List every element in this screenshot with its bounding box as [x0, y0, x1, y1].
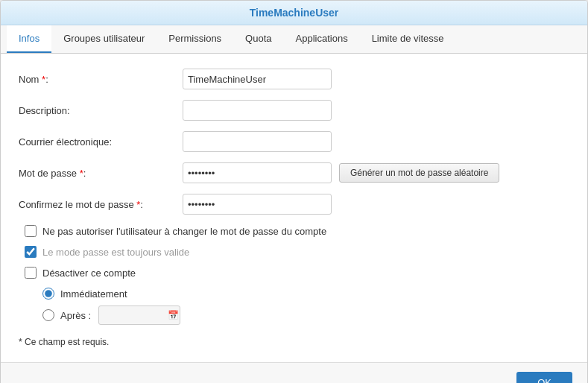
nom-required-star: * — [42, 74, 45, 85]
password-input[interactable] — [183, 162, 332, 183]
confirm-password-input[interactable] — [183, 194, 332, 215]
date-wrapper: 📅 — [98, 306, 180, 325]
nom-row: Nom *: — [19, 69, 569, 89]
confirm-required-star: * — [136, 199, 140, 210]
required-note: * Ce champ est requis. — [19, 337, 569, 347]
tab-bar: Infos Groupes utilisateur Permissions Qu… — [1, 25, 587, 54]
password-row: Mot de passe *: Générer un mot de passe … — [19, 162, 569, 183]
checkbox-no-change-password-row: Ne pas autoriser l'utilisateur à changer… — [25, 225, 569, 237]
radio-immediately-label: Immédiatement — [60, 288, 127, 300]
checkbox-no-change-password[interactable] — [25, 225, 37, 237]
checkbox-disable-account-row: Désactiver ce compte — [25, 267, 569, 279]
password-required-star: * — [80, 168, 83, 179]
confirm-password-row: Confirmez le mot de passe *: — [19, 194, 569, 215]
disable-timing-group: Immédiatement Après : 📅 — [42, 288, 569, 325]
form-content: Nom *: Description: Courrier électroniqu… — [1, 54, 587, 362]
description-row: Description: — [19, 100, 569, 121]
radio-immediately-row: Immédiatement — [42, 288, 569, 300]
dialog-title: TimeMachineUser — [1, 1, 587, 25]
dialog: TimeMachineUser Infos Groupes utilisateu… — [0, 0, 588, 383]
radio-immediately[interactable] — [42, 288, 54, 300]
radio-after-row: Après : 📅 — [42, 306, 569, 325]
email-input[interactable] — [183, 131, 332, 152]
email-label: Courrier électronique: — [19, 136, 183, 148]
checkbox-no-change-password-label: Ne pas autoriser l'utilisateur à changer… — [42, 226, 326, 237]
confirm-password-label: Confirmez le mot de passe *: — [19, 199, 183, 210]
checkbox-mode-pass[interactable] — [25, 246, 37, 258]
tab-infos[interactable]: Infos — [7, 25, 51, 53]
description-label: Description: — [19, 105, 183, 116]
email-row: Courrier électronique: — [19, 131, 569, 152]
tab-groupes-utilisateur[interactable]: Groupes utilisateur — [51, 25, 157, 53]
checkbox-disable-account[interactable] — [25, 267, 37, 279]
nom-input[interactable] — [183, 69, 332, 89]
calendar-button[interactable]: 📅 — [168, 310, 179, 320]
tab-permissions[interactable]: Permissions — [157, 25, 233, 53]
checkbox-disable-account-label: Désactiver ce compte — [42, 268, 136, 279]
generate-password-button[interactable]: Générer un mot de passe aléatoire — [339, 163, 499, 183]
calendar-icon: 📅 — [168, 310, 179, 320]
radio-after[interactable] — [42, 309, 54, 321]
description-input[interactable] — [183, 100, 332, 121]
nom-label: Nom *: — [19, 74, 183, 85]
tab-limite-vitesse[interactable]: Limite de vitesse — [360, 25, 456, 53]
ok-button[interactable]: OK — [516, 372, 572, 383]
password-label: Mot de passe *: — [19, 168, 183, 179]
checkbox-mode-pass-label: Le mode passe est toujours valide — [42, 247, 189, 258]
dialog-footer: OK — [1, 362, 587, 383]
tab-applications[interactable]: Applications — [284, 25, 360, 53]
radio-after-label: Après : — [60, 310, 91, 321]
tab-quota[interactable]: Quota — [233, 25, 283, 53]
checkbox-mode-pass-row: Le mode passe est toujours valide — [25, 246, 569, 258]
